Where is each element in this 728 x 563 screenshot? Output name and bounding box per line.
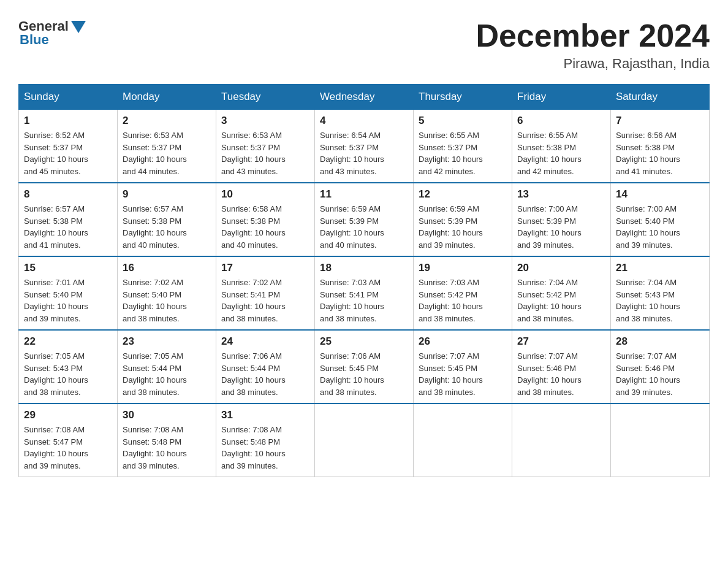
day-info: Sunrise: 7:08 AMSunset: 5:48 PMDaylight:…: [221, 424, 309, 472]
day-info: Sunrise: 6:55 AMSunset: 5:38 PMDaylight:…: [517, 129, 605, 177]
day-info: Sunrise: 6:54 AMSunset: 5:37 PMDaylight:…: [320, 129, 408, 177]
day-number: 26: [419, 335, 507, 348]
day-info: Sunrise: 7:06 AMSunset: 5:44 PMDaylight:…: [221, 350, 309, 398]
day-info: Sunrise: 7:02 AMSunset: 5:41 PMDaylight:…: [221, 277, 309, 324]
calendar-header-friday: Friday: [512, 85, 611, 110]
calendar-header-thursday: Thursday: [414, 85, 512, 110]
calendar-header-wednesday: Wednesday: [315, 85, 414, 110]
calendar-week-row: 8Sunrise: 6:57 AMSunset: 5:38 PMDaylight…: [19, 183, 710, 256]
calendar-week-row: 15Sunrise: 7:01 AMSunset: 5:40 PMDayligh…: [19, 256, 710, 330]
calendar-cell: [512, 404, 611, 477]
day-info: Sunrise: 7:03 AMSunset: 5:42 PMDaylight:…: [419, 277, 507, 324]
calendar-cell: 4Sunrise: 6:54 AMSunset: 5:37 PMDaylight…: [315, 110, 414, 183]
logo: General Blue: [18, 18, 86, 48]
calendar-header-row: SundayMondayTuesdayWednesdayThursdayFrid…: [19, 85, 710, 110]
calendar-cell: 27Sunrise: 7:07 AMSunset: 5:46 PMDayligh…: [512, 330, 611, 404]
day-info: Sunrise: 7:06 AMSunset: 5:45 PMDaylight:…: [320, 350, 408, 398]
calendar-cell: 24Sunrise: 7:06 AMSunset: 5:44 PMDayligh…: [216, 330, 315, 404]
logo-blue-text: Blue: [20, 32, 49, 48]
month-title: December 2024: [476, 18, 710, 53]
calendar-cell: 12Sunrise: 6:59 AMSunset: 5:39 PMDayligh…: [414, 183, 512, 256]
calendar-cell: 17Sunrise: 7:02 AMSunset: 5:41 PMDayligh…: [216, 256, 315, 330]
day-info: Sunrise: 7:00 AMSunset: 5:40 PMDaylight:…: [616, 203, 704, 251]
day-number: 6: [517, 115, 605, 127]
calendar-cell: [315, 404, 414, 477]
day-info: Sunrise: 7:07 AMSunset: 5:45 PMDaylight:…: [419, 350, 507, 398]
day-number: 28: [616, 335, 704, 348]
calendar-header-sunday: Sunday: [19, 85, 118, 110]
day-info: Sunrise: 6:53 AMSunset: 5:37 PMDaylight:…: [221, 129, 309, 177]
day-number: 19: [419, 262, 507, 274]
day-number: 1: [24, 115, 112, 127]
day-number: 2: [123, 115, 211, 127]
day-number: 21: [616, 262, 704, 274]
calendar-week-row: 29Sunrise: 7:08 AMSunset: 5:47 PMDayligh…: [19, 404, 710, 477]
calendar-cell: [611, 404, 710, 477]
calendar-cell: 23Sunrise: 7:05 AMSunset: 5:44 PMDayligh…: [118, 330, 216, 404]
day-number: 8: [24, 188, 112, 201]
calendar-cell: 10Sunrise: 6:58 AMSunset: 5:38 PMDayligh…: [216, 183, 315, 256]
day-number: 24: [221, 335, 309, 348]
day-number: 29: [24, 409, 112, 421]
day-info: Sunrise: 7:04 AMSunset: 5:42 PMDaylight:…: [517, 277, 605, 324]
day-number: 4: [320, 115, 408, 127]
calendar-cell: 21Sunrise: 7:04 AMSunset: 5:43 PMDayligh…: [611, 256, 710, 330]
day-info: Sunrise: 6:52 AMSunset: 5:37 PMDaylight:…: [24, 129, 112, 177]
day-info: Sunrise: 7:04 AMSunset: 5:43 PMDaylight:…: [616, 277, 704, 324]
day-number: 22: [24, 335, 112, 348]
calendar-week-row: 1Sunrise: 6:52 AMSunset: 5:37 PMDaylight…: [19, 110, 710, 183]
page-header: General Blue December 2024 Pirawa, Rajas…: [18, 18, 710, 72]
calendar-cell: 29Sunrise: 7:08 AMSunset: 5:47 PMDayligh…: [19, 404, 118, 477]
day-number: 31: [221, 409, 309, 421]
calendar-header-monday: Monday: [118, 85, 216, 110]
calendar-cell: 2Sunrise: 6:53 AMSunset: 5:37 PMDaylight…: [118, 110, 216, 183]
calendar-cell: 25Sunrise: 7:06 AMSunset: 5:45 PMDayligh…: [315, 330, 414, 404]
calendar-cell: 14Sunrise: 7:00 AMSunset: 5:40 PMDayligh…: [611, 183, 710, 256]
calendar-cell: 1Sunrise: 6:52 AMSunset: 5:37 PMDaylight…: [19, 110, 118, 183]
calendar-header-tuesday: Tuesday: [216, 85, 315, 110]
calendar-cell: 28Sunrise: 7:07 AMSunset: 5:46 PMDayligh…: [611, 330, 710, 404]
calendar-cell: 9Sunrise: 6:57 AMSunset: 5:38 PMDaylight…: [118, 183, 216, 256]
day-info: Sunrise: 7:08 AMSunset: 5:48 PMDaylight:…: [123, 424, 211, 472]
day-info: Sunrise: 6:56 AMSunset: 5:38 PMDaylight:…: [616, 129, 704, 177]
day-info: Sunrise: 7:08 AMSunset: 5:47 PMDaylight:…: [24, 424, 112, 472]
calendar-cell: 20Sunrise: 7:04 AMSunset: 5:42 PMDayligh…: [512, 256, 611, 330]
calendar-cell: 16Sunrise: 7:02 AMSunset: 5:40 PMDayligh…: [118, 256, 216, 330]
day-number: 7: [616, 115, 704, 127]
location-subtitle: Pirawa, Rajasthan, India: [476, 56, 710, 72]
day-number: 23: [123, 335, 211, 348]
day-info: Sunrise: 6:57 AMSunset: 5:38 PMDaylight:…: [24, 203, 112, 251]
calendar-cell: 7Sunrise: 6:56 AMSunset: 5:38 PMDaylight…: [611, 110, 710, 183]
calendar-cell: 8Sunrise: 6:57 AMSunset: 5:38 PMDaylight…: [19, 183, 118, 256]
day-number: 20: [517, 262, 605, 274]
day-number: 11: [320, 188, 408, 201]
day-number: 5: [419, 115, 507, 127]
calendar-week-row: 22Sunrise: 7:05 AMSunset: 5:43 PMDayligh…: [19, 330, 710, 404]
calendar-cell: 3Sunrise: 6:53 AMSunset: 5:37 PMDaylight…: [216, 110, 315, 183]
calendar-cell: 26Sunrise: 7:07 AMSunset: 5:45 PMDayligh…: [414, 330, 512, 404]
day-number: 16: [123, 262, 211, 274]
day-info: Sunrise: 7:05 AMSunset: 5:44 PMDaylight:…: [123, 350, 211, 398]
day-info: Sunrise: 7:07 AMSunset: 5:46 PMDaylight:…: [616, 350, 704, 398]
calendar-cell: [414, 404, 512, 477]
title-block: December 2024 Pirawa, Rajasthan, India: [476, 18, 710, 72]
calendar-cell: 13Sunrise: 7:00 AMSunset: 5:39 PMDayligh…: [512, 183, 611, 256]
day-number: 15: [24, 262, 112, 274]
day-number: 12: [419, 188, 507, 201]
day-number: 3: [221, 115, 309, 127]
calendar-cell: 22Sunrise: 7:05 AMSunset: 5:43 PMDayligh…: [19, 330, 118, 404]
calendar-header-saturday: Saturday: [611, 85, 710, 110]
day-number: 10: [221, 188, 309, 201]
day-number: 30: [123, 409, 211, 421]
calendar-cell: 19Sunrise: 7:03 AMSunset: 5:42 PMDayligh…: [414, 256, 512, 330]
day-number: 13: [517, 188, 605, 201]
logo-arrow-icon: [71, 21, 86, 33]
calendar-cell: 15Sunrise: 7:01 AMSunset: 5:40 PMDayligh…: [19, 256, 118, 330]
calendar-cell: 31Sunrise: 7:08 AMSunset: 5:48 PMDayligh…: [216, 404, 315, 477]
day-info: Sunrise: 6:59 AMSunset: 5:39 PMDaylight:…: [419, 203, 507, 251]
day-info: Sunrise: 6:53 AMSunset: 5:37 PMDaylight:…: [123, 129, 211, 177]
calendar-table: SundayMondayTuesdayWednesdayThursdayFrid…: [18, 84, 710, 477]
day-info: Sunrise: 7:00 AMSunset: 5:39 PMDaylight:…: [517, 203, 605, 251]
day-number: 9: [123, 188, 211, 201]
day-number: 18: [320, 262, 408, 274]
